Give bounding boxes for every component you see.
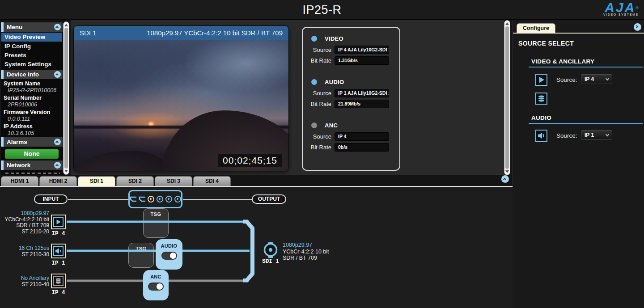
tab-hdmi-1[interactable]: HDMI 1 <box>1 176 38 186</box>
anc-input-icon <box>51 274 66 288</box>
flow-right-background <box>513 187 644 308</box>
video-source-select-label: Source: <box>556 76 577 83</box>
section-divider <box>529 67 643 68</box>
stream-status-panel: VIDEO Source IP 4 AJA Lily10G2-SDI 211 B… <box>302 27 400 171</box>
anc-enable-block: ANC <box>143 270 169 300</box>
audio-section-label: AUDIO <box>531 114 551 121</box>
scrollbar-thumb[interactable] <box>64 28 68 169</box>
output-connector-label: SDI 1 <box>261 258 280 265</box>
alarms-status-badge: None <box>5 149 59 159</box>
firmware-version-label: Firmware Version <box>1 109 63 115</box>
collapse-flow-panel-icon[interactable] <box>501 175 509 183</box>
sdi2-connector-icon[interactable] <box>157 196 163 203</box>
video-source-dropdown[interactable]: IP 4 <box>581 74 612 84</box>
sidebar-section-device-info[interactable]: Device Info <box>1 70 63 79</box>
collapse-network-icon[interactable] <box>54 162 61 169</box>
scroll-down-icon[interactable] <box>505 170 509 173</box>
collapse-menu-icon[interactable] <box>54 24 61 30</box>
sidebar-item-presets[interactable]: Presets <box>1 51 63 60</box>
audio-input-info: 16 Ch 125us ST 2110-30 <box>0 245 49 257</box>
sidebar-scrollbar[interactable] <box>63 21 69 175</box>
audio-enable-toggle[interactable] <box>161 252 177 260</box>
system-name-value: IP25-R-2PR010006 <box>1 87 63 93</box>
tab-hdmi-2[interactable]: HDMI 2 <box>39 176 77 186</box>
main-scrollbar[interactable] <box>504 20 510 175</box>
collapse-device-info-icon[interactable] <box>54 71 61 78</box>
audio-input-ip-label: IP 1 <box>51 260 66 266</box>
audio-enable-block: AUDIO <box>156 239 182 270</box>
audio-speaker-icon <box>535 130 547 142</box>
output-format-info: 1080p29.97 YCbCr-4:2:2 10 bit SDR / BT 7… <box>283 242 329 262</box>
sidebar-section-menu[interactable]: Menu <box>1 22 63 32</box>
page-title: IP25-R <box>0 3 644 17</box>
video-input-ip-label: IP 4 <box>51 231 66 237</box>
io-tab-strip: HDMI 1 HDMI 2 SDI 1 SDI 2 SDI 3 SDI 4 <box>0 175 513 187</box>
chevron-down-icon <box>606 76 609 80</box>
preview-format-label: 1080p29.97 YCbCr-4:2:2 10 bit SDR / BT 7… <box>147 29 283 37</box>
connector-selector[interactable] <box>128 190 182 208</box>
audio-source-label: Source <box>303 90 331 97</box>
aja-logo: AJA® VIDEO SYSTEMS <box>603 1 639 16</box>
video-preview-header: SDI 1 1080p29.97 YCbCr-4:2:2 10 bit SDR … <box>74 26 288 40</box>
tab-configure[interactable]: Configure <box>517 23 555 33</box>
sidebar-section-alarms[interactable]: Alarms <box>1 137 63 147</box>
scroll-up-icon[interactable] <box>505 22 509 25</box>
input-pill: INPUT <box>34 194 68 204</box>
anc-bitrate-label: Bit Rate <box>303 144 331 151</box>
signal-merge-funnel <box>243 220 254 283</box>
scroll-up-icon[interactable] <box>64 24 68 26</box>
clipped-scrolled-row <box>5 173 60 174</box>
video-preview-panel: SDI 1 1080p29.97 YCbCr-4:2:2 10 bit SDR … <box>73 25 289 171</box>
section-accent <box>1 160 4 170</box>
sdi3-connector-icon[interactable] <box>165 196 172 203</box>
main-content: SDI 1 1080p29.97 YCbCr-4:2:2 10 bit SDR … <box>71 20 504 175</box>
section-accent <box>1 22 4 32</box>
sidebar-item-ip-config[interactable]: IP Config <box>1 42 63 51</box>
tab-sdi-2[interactable]: SDI 2 <box>116 176 154 186</box>
tsg-video-block[interactable]: TSG <box>143 208 169 238</box>
signal-flow-diagram: TSG TSG INPUT OUTPUT <box>0 187 513 308</box>
hdmi-connector-icon <box>139 196 145 202</box>
tsg-audio-block[interactable]: TSG <box>128 243 154 268</box>
source-select-heading: SOURCE SELECT <box>518 40 574 47</box>
scroll-down-icon[interactable] <box>64 170 68 173</box>
sidebar: Menu Video Preview IP Config Presets Sys… <box>1 21 69 175</box>
audio-source-select-label: Source: <box>556 132 577 139</box>
serial-number-value: 2PR010006 <box>1 101 63 108</box>
section-accent <box>1 70 4 79</box>
tab-sdi-1[interactable]: SDI 1 <box>78 176 115 186</box>
preview-source-label: SDI 1 <box>80 29 97 37</box>
serial-number-label: Serial Number <box>1 95 63 101</box>
registered-mark: ® <box>636 6 639 10</box>
anc-source-label: Source <box>303 133 331 140</box>
sidebar-item-system-settings[interactable]: System Settings <box>1 60 63 69</box>
video-group-label: VIDEO <box>325 35 343 42</box>
anc-inactive-indicator <box>311 122 317 128</box>
flow-lines <box>0 187 513 308</box>
sidebar-item-video-preview[interactable]: Video Preview <box>1 33 62 42</box>
anc-enable-toggle[interactable] <box>148 283 164 291</box>
anc-source-value: IP 4 <box>335 132 389 141</box>
sdi4-connector-icon[interactable] <box>174 196 181 203</box>
scrollbar-thumb[interactable] <box>505 26 509 169</box>
video-input-icon <box>51 215 66 229</box>
audio-input-icon <box>51 244 66 258</box>
section-divider <box>529 123 643 124</box>
video-ancillary-section-label: VIDEO & ANCILLARY <box>531 58 594 65</box>
tab-sdi-3[interactable]: SDI 3 <box>155 176 192 186</box>
sdi1-connector-icon[interactable] <box>148 196 154 203</box>
foreground-hill <box>74 151 170 171</box>
header-bar: IP25-R AJA® VIDEO SYSTEMS <box>0 0 644 20</box>
audio-group-label: AUDIO <box>325 79 344 85</box>
collapse-alarms-icon[interactable] <box>54 139 61 145</box>
sidebar-section-network[interactable]: Network <box>1 160 63 170</box>
audio-source-value: IP 1 AJA Lily10G2-SDI 211 <box>335 89 389 97</box>
configure-tab-underline <box>513 33 644 34</box>
video-bitrate-value: 1.31Gb/s <box>335 56 389 65</box>
ip-address-label: IP Address <box>1 123 63 130</box>
tab-sdi-4[interactable]: SDI 4 <box>193 176 231 186</box>
audio-source-dropdown[interactable]: IP 1 <box>581 130 612 140</box>
anc-input-ip-label: IP 4 <box>51 290 66 296</box>
panel-expand-icon[interactable] <box>634 23 641 31</box>
section-accent <box>1 137 4 147</box>
